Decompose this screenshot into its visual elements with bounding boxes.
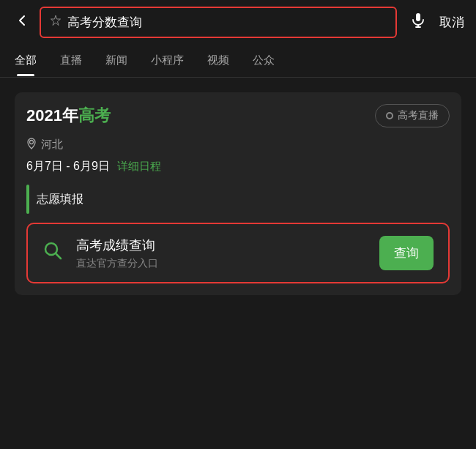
query-title: 高考成绩查询	[76, 237, 379, 254]
query-info: 高考成绩查询 直达官方查分入口	[76, 237, 379, 270]
live-badge-label: 高考直播	[398, 109, 439, 122]
main-content: 2021年高考 高考直播 河北 6月7日 - 6月9日 详细日程 志愿填报	[0, 78, 476, 295]
gaokao-dates: 6月7日 - 6月9日 详细日程	[26, 159, 450, 174]
tab-all[interactable]: 全部	[3, 45, 48, 76]
location-icon	[26, 138, 37, 152]
live-dot-icon	[386, 112, 393, 119]
tabs-bar: 全部 直播 新闻 小程序 视频 公众	[0, 44, 476, 78]
query-button[interactable]: 查询	[379, 236, 434, 270]
query-subtitle: 直达官方查分入口	[76, 257, 379, 270]
tab-miniprogram[interactable]: 小程序	[139, 45, 196, 76]
dates-detail-link[interactable]: 详细日程	[117, 160, 161, 174]
gaokao-dates-text: 6月7日 - 6月9日	[26, 159, 110, 174]
tab-live[interactable]: 直播	[48, 45, 94, 76]
section-divider	[26, 185, 29, 214]
search-prefix-icon	[50, 15, 62, 29]
zhiyuan-row: 志愿填报	[26, 185, 450, 214]
header: 高考分数查询 取消	[0, 0, 476, 44]
back-button[interactable]	[12, 10, 32, 34]
gaokao-title: 2021年高考	[26, 105, 111, 127]
mic-button[interactable]	[404, 9, 432, 35]
svg-point-5	[45, 243, 57, 255]
svg-marker-0	[51, 15, 61, 26]
svg-line-6	[56, 254, 62, 259]
gaokao-header: 2021年高考 高考直播	[26, 104, 450, 127]
gaokao-location: 河北	[26, 138, 450, 152]
search-query-text: 高考分数查询	[67, 14, 387, 31]
gaokao-title-highlight: 高考	[78, 106, 111, 125]
svg-point-4	[30, 141, 34, 144]
gaokao-title-prefix: 2021年	[26, 106, 78, 125]
cancel-button[interactable]: 取消	[439, 14, 464, 31]
query-search-icon	[42, 240, 63, 266]
tab-official[interactable]: 公众	[241, 45, 286, 76]
live-badge[interactable]: 高考直播	[375, 104, 450, 127]
search-box[interactable]: 高考分数查询	[40, 7, 397, 38]
tab-news[interactable]: 新闻	[94, 45, 139, 76]
tab-video[interactable]: 视频	[196, 45, 241, 76]
gaokao-location-text: 河北	[41, 138, 63, 152]
svg-rect-1	[416, 13, 420, 21]
zhiyuan-label: 志愿填报	[37, 192, 83, 207]
gaokao-card: 2021年高考 高考直播 河北 6月7日 - 6月9日 详细日程 志愿填报	[15, 92, 461, 295]
query-card[interactable]: 高考成绩查询 直达官方查分入口 查询	[26, 223, 450, 283]
